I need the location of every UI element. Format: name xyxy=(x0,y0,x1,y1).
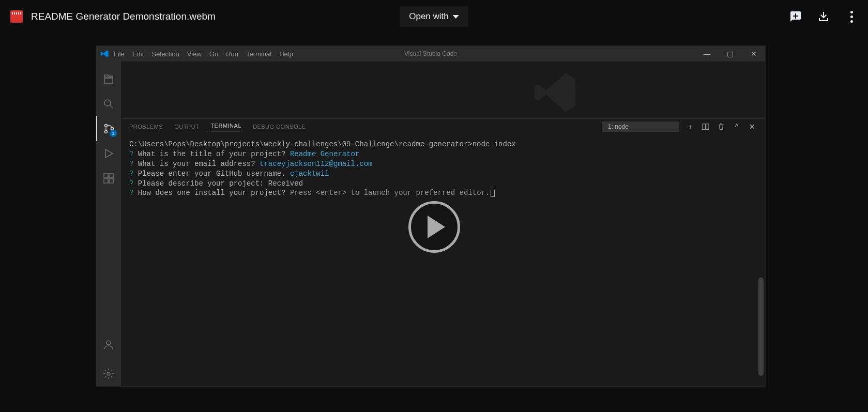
svg-point-2 xyxy=(105,131,108,133)
svg-point-9 xyxy=(107,372,110,375)
tab-terminal[interactable]: TERMINAL xyxy=(210,123,241,131)
svg-rect-10 xyxy=(703,124,705,130)
caret-down-icon xyxy=(453,15,459,19)
menu-view[interactable]: View xyxy=(187,50,202,58)
source-control-badge: 1 xyxy=(110,130,117,137)
svg-rect-5 xyxy=(109,174,113,178)
menu-go[interactable]: Go xyxy=(209,50,218,58)
window-controls: — ▢ ✕ xyxy=(695,46,765,62)
maximize-button[interactable]: ▢ xyxy=(719,46,742,62)
activity-bar: 1 xyxy=(96,62,121,386)
add-comment-button[interactable] xyxy=(789,10,802,23)
vscode-menu: File Edit Selection View Go Run Terminal… xyxy=(114,50,293,58)
menu-help[interactable]: Help xyxy=(279,50,293,58)
vscode-window-title: Visual Studio Code xyxy=(404,50,457,57)
editor-area xyxy=(121,62,765,118)
source-control-icon[interactable]: 1 xyxy=(96,116,121,141)
more-actions-button[interactable] xyxy=(845,10,858,23)
menu-selection[interactable]: Selection xyxy=(151,50,179,58)
svg-rect-4 xyxy=(104,174,108,178)
vscode-titlebar: File Edit Selection View Go Run Terminal… xyxy=(96,46,765,62)
vscode-watermark-icon xyxy=(532,69,579,116)
file-title: README Generator Demonstration.webm xyxy=(31,11,216,22)
new-terminal-button[interactable]: + xyxy=(686,123,695,131)
menu-file[interactable]: File xyxy=(114,50,125,58)
menu-terminal[interactable]: Terminal xyxy=(246,50,271,58)
terminal-prompt-line: ? What is your email address? traceyjack… xyxy=(129,159,757,169)
extensions-icon[interactable] xyxy=(96,166,121,191)
terminal-prompt-line: ? How does one install your project? Pre… xyxy=(129,188,757,198)
tab-output[interactable]: OUTPUT xyxy=(174,124,199,130)
svg-point-8 xyxy=(106,341,111,345)
search-icon[interactable] xyxy=(96,91,121,116)
vscode-logo-icon xyxy=(100,49,110,58)
accounts-icon[interactable] xyxy=(96,332,121,357)
panel-tabs: PROBLEMS OUTPUT TERMINAL DEBUG CONSOLE 1… xyxy=(121,119,765,134)
terminal-prompt-line: ? Please enter your GitHub username. cja… xyxy=(129,169,757,179)
svg-rect-11 xyxy=(706,124,709,130)
download-button[interactable] xyxy=(817,10,830,23)
terminal-selector[interactable]: 1: node xyxy=(602,121,679,132)
close-button[interactable]: ✕ xyxy=(742,46,765,62)
video-file-icon xyxy=(10,10,23,23)
terminal-prompt-line: ? What is the title of your project? Rea… xyxy=(129,149,757,159)
svg-point-1 xyxy=(105,125,108,127)
maximize-panel-button[interactable]: ^ xyxy=(732,123,741,131)
svg-rect-6 xyxy=(104,179,108,183)
scrollbar[interactable] xyxy=(758,278,764,376)
menu-run[interactable]: Run xyxy=(226,50,238,58)
split-terminal-button[interactable] xyxy=(701,123,710,131)
terminal-content[interactable]: C:\Users\Pops\Desktop\projects\weekly-ch… xyxy=(121,134,765,386)
svg-rect-7 xyxy=(109,179,113,183)
close-panel-button[interactable]: ✕ xyxy=(748,123,757,131)
kebab-icon xyxy=(850,11,853,23)
open-with-button[interactable]: Open with xyxy=(400,6,468,27)
play-button[interactable] xyxy=(408,201,460,253)
minimize-button[interactable]: — xyxy=(695,46,719,62)
run-debug-icon[interactable] xyxy=(96,141,121,166)
panel-area: PROBLEMS OUTPUT TERMINAL DEBUG CONSOLE 1… xyxy=(121,118,765,386)
tab-problems[interactable]: PROBLEMS xyxy=(129,124,163,130)
terminal-cwd-line: C:\Users\Pops\Desktop\projects\weekly-ch… xyxy=(129,140,757,149)
menu-edit[interactable]: Edit xyxy=(132,50,144,58)
settings-gear-icon[interactable] xyxy=(96,361,121,386)
tab-debug-console[interactable]: DEBUG CONSOLE xyxy=(253,124,306,130)
open-with-label: Open with xyxy=(409,11,449,22)
drive-top-bar: README Generator Demonstration.webm Open… xyxy=(0,0,868,33)
explorer-icon[interactable] xyxy=(96,67,121,91)
terminal-cursor xyxy=(491,190,495,197)
svg-point-0 xyxy=(104,100,111,106)
kill-terminal-button[interactable] xyxy=(717,123,726,131)
terminal-prompt-line: ? Please describe your project: Received xyxy=(129,179,757,189)
